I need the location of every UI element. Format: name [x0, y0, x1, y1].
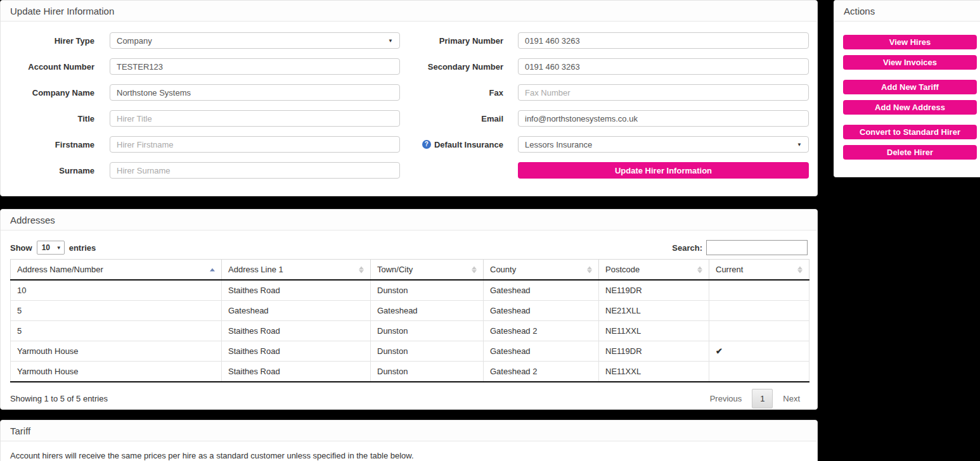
firstname-field[interactable] — [110, 136, 400, 153]
chevron-down-icon: ▼ — [388, 38, 393, 44]
surname-label: Surname — [10, 166, 94, 175]
show-label: Show — [10, 243, 32, 253]
chevron-down-icon: ▼ — [797, 142, 802, 148]
chevron-down-icon: ▼ — [56, 245, 61, 251]
form-column-left: Hirer Type Company ▼ Account Number Comp… — [10, 32, 400, 188]
table-row[interactable]: 5 Staithes Road Dunston Gateshead 2 NE11… — [11, 321, 809, 341]
table-row[interactable]: 10 Staithes Road Dunston Gateshead NE119… — [11, 280, 809, 301]
main-column: Update Hirer Information Hirer Type Comp… — [0, 0, 818, 461]
email-field[interactable] — [518, 110, 809, 127]
addresses-panel: Addresses Show 10 ▼ entries Search: — [0, 209, 818, 410]
pagination-page-1-button[interactable]: 1 — [752, 389, 773, 408]
search-label: Search: — [672, 243, 702, 253]
table-row[interactable]: Yarmouth House Staithes Road Dunston Gat… — [11, 341, 809, 362]
column-header-postcode[interactable]: Postcode — [599, 260, 709, 281]
actions-panel: Actions View Hires View Invoices Add New… — [834, 0, 980, 177]
view-hires-button[interactable]: View Hires — [843, 35, 977, 49]
fax-field[interactable] — [518, 84, 809, 101]
entries-label: entries — [69, 243, 96, 253]
firstname-label: Firstname — [10, 140, 94, 149]
show-entries-control: Show 10 ▼ entries — [10, 241, 96, 255]
addresses-table-header-row: Address Name/Number Address Line 1 Town/… — [11, 260, 809, 281]
sort-both-icon — [359, 265, 364, 274]
tariff-panel-title: Tariff — [1, 420, 817, 441]
hirer-type-label: Hirer Type — [10, 36, 94, 46]
current-address-cell — [709, 301, 809, 321]
sort-both-icon — [797, 265, 803, 274]
column-header-town-city[interactable]: Town/City — [371, 260, 484, 281]
search-input[interactable] — [706, 240, 808, 255]
column-header-address-line-1[interactable]: Address Line 1 — [222, 260, 371, 281]
current-address-check-icon: ✔ — [709, 341, 809, 362]
pagination: Previous 1 Next — [702, 389, 808, 408]
update-hirer-information-button[interactable]: Update Hirer Information — [518, 162, 809, 179]
view-invoices-button[interactable]: View Invoices — [843, 55, 977, 70]
sort-both-icon — [697, 265, 703, 274]
secondary-number-label: Secondary Number — [409, 62, 503, 72]
primary-number-field[interactable] — [518, 32, 809, 49]
hirer-type-selected-value: Company — [117, 36, 152, 46]
add-new-tariff-button[interactable]: Add New Tariff — [843, 80, 977, 94]
column-header-current[interactable]: Current — [709, 260, 809, 281]
email-label: Email — [409, 114, 503, 123]
table-info-text: Showing 1 to 5 of 5 entries — [10, 394, 108, 403]
fax-label: Fax — [409, 88, 503, 98]
table-row[interactable]: 5 Gateshead Gateshead Gateshead NE21XLL — [11, 301, 809, 321]
actions-column: Actions View Hires View Invoices Add New… — [834, 0, 980, 177]
title-field[interactable] — [110, 110, 400, 127]
form-column-right: Primary Number Secondary Number Fax Emai… — [409, 32, 809, 188]
surname-field[interactable] — [110, 162, 400, 179]
delete-hirer-button[interactable]: Delete Hirer — [843, 145, 977, 160]
table-row[interactable]: Yarmouth House Staithes Road Dunston Gat… — [11, 362, 809, 382]
account-number-label: Account Number — [10, 62, 94, 72]
addresses-panel-body: Show 10 ▼ entries Search: — [1, 230, 817, 418]
search-control: Search: — [672, 240, 808, 255]
default-insurance-label: ? Default Insurance — [409, 140, 503, 149]
add-new-address-button[interactable]: Add New Address — [843, 100, 977, 115]
actions-panel-title: Actions — [834, 1, 980, 22]
column-header-address-name[interactable]: Address Name/Number — [11, 260, 222, 281]
title-label: Title — [10, 114, 94, 123]
sort-both-icon — [472, 265, 477, 274]
page-length-select[interactable]: 10 ▼ — [37, 241, 65, 255]
addresses-table: Address Name/Number Address Line 1 Town/… — [10, 259, 809, 382]
pagination-next-button[interactable]: Next — [775, 390, 808, 407]
company-name-label: Company Name — [10, 88, 94, 98]
default-insurance-selected-value: Lessors Insurance — [525, 140, 592, 149]
tariff-panel: Tariff Account hirers will receive the s… — [0, 420, 818, 461]
help-icon[interactable]: ? — [422, 140, 431, 149]
current-address-cell — [709, 362, 809, 382]
default-insurance-select[interactable]: Lessors Insurance ▼ — [518, 136, 809, 153]
sort-ascending-icon — [210, 267, 216, 272]
addresses-panel-title: Addresses — [1, 210, 817, 230]
tariff-description: Account hirers will receive the same pri… — [1, 441, 817, 461]
convert-to-standard-hirer-button[interactable]: Convert to Standard Hirer — [843, 125, 977, 139]
update-hirer-form: Hirer Type Company ▼ Account Number Comp… — [1, 22, 817, 188]
primary-number-label: Primary Number — [409, 36, 503, 46]
current-address-cell — [709, 321, 809, 341]
pagination-previous-button[interactable]: Previous — [702, 390, 750, 407]
update-hirer-panel: Update Hirer Information Hirer Type Comp… — [0, 0, 818, 196]
hirer-type-select[interactable]: Company ▼ — [110, 32, 400, 49]
sort-both-icon — [587, 265, 593, 274]
secondary-number-field[interactable] — [518, 58, 809, 75]
current-address-cell — [709, 280, 809, 301]
company-name-field[interactable] — [110, 84, 400, 101]
column-header-county[interactable]: County — [484, 260, 599, 281]
account-number-field[interactable] — [110, 58, 400, 75]
update-hirer-panel-title: Update Hirer Information — [1, 1, 817, 22]
